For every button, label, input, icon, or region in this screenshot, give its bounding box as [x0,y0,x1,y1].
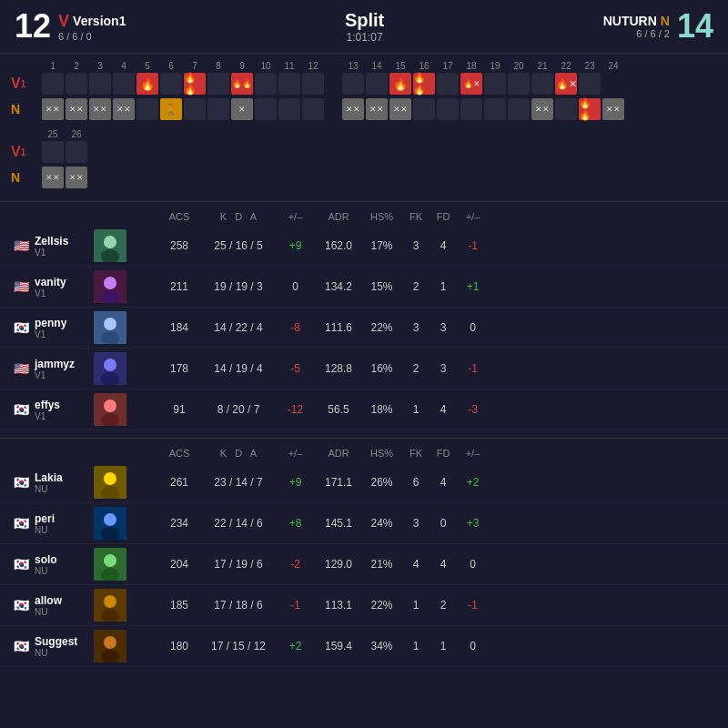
penny-team: V1 [35,329,94,339]
suggest-kda: 17 / 15 / 12 [202,640,275,652]
effys-fk: 1 [402,403,430,416]
zellsis-flag: 🇺🇸 [11,238,31,253]
penny-flag: 🇰🇷 [11,320,31,335]
svg-point-7 [104,318,116,330]
effys-kda: 8 / 20 / 7 [202,403,275,416]
penny-fk: 3 [402,321,430,334]
nu-col-pm2: +/– [457,448,489,459]
left-team: 12 V Version1 6 / 6 / 0 [15,7,126,46]
effys-name: effys [35,399,94,411]
vanity-kda: 19 / 19 / 3 [202,280,275,293]
player-row-lakia: 🇰🇷 Lakia NU 261 23 / 14 / 7 +9 171.1 26%… [0,462,728,503]
v1-logo-icon: V [58,12,69,31]
zellsis-kda: 25 / 16 / 5 [202,239,275,252]
nu-col-kda: K D A [202,448,275,459]
lakia-hs: 26% [361,476,402,489]
solo-kda: 17 / 19 / 6 [202,558,275,571]
col-fd: FD [430,211,457,222]
penny-adr: 111.6 [316,321,361,334]
peri-pm: +8 [275,517,316,530]
solo-name: solo [35,553,94,566]
lakia-avatar [94,466,126,499]
solo-adr: 129.0 [316,558,361,571]
nu-team-icon: N [11,102,20,116]
suggest-name: Suggest [35,635,94,648]
round-numbers-row1: 1 2 3 4 5 6 7 8 9 10 11 12 13 14 15 16 1… [42,61,717,71]
lakia-fd: 4 [430,476,457,489]
right-score: 14 [677,7,713,46]
allow-name: allow [35,594,94,607]
col-pm: +/– [275,211,316,222]
player-row-allow: 🇰🇷 allow NU 185 17 / 18 / 6 -1 113.1 22%… [0,585,728,626]
svg-point-22 [104,554,116,567]
player-row-zellsis: 🇺🇸 Zellsis V1 258 25 / 16 / 5 +9 162.0 1… [0,226,728,267]
nu-icon-cell: N [11,102,42,116]
suggest-avatar [94,630,126,662]
jammyz-adr: 128.8 [316,362,361,375]
peri-fk: 3 [402,517,430,530]
effys-fd: 4 [430,403,457,416]
vanity-acs: 211 [157,280,202,293]
solo-avatar [94,548,126,581]
v1-rounds-row2: V 1 [11,141,717,163]
zellsis-pm2: -1 [457,239,489,252]
effys-flag: 🇰🇷 [11,402,31,417]
lakia-pm2: +2 [457,476,489,489]
effys-adr: 56.5 [316,403,361,416]
effys-pm: -12 [275,403,316,416]
zellsis-adr: 162.0 [316,239,361,252]
vanity-avatar [94,270,126,303]
round-numbers-row2: 25 26 [42,129,717,139]
allow-fk: 1 [402,599,430,612]
jammyz-pm: -5 [275,362,316,375]
peri-name: peri [35,512,94,525]
v1-round-cells-1: 🔥 🔥🔥 🔥🔥 🔥 🔥🔥 🔥✕ 🔥✕ [42,73,601,95]
zellsis-team: V1 [35,248,94,258]
vanity-pm: 0 [275,280,316,293]
vanity-fd: 1 [430,280,457,293]
penny-pm2: 0 [457,321,489,334]
nu-stats-section: ACS K D A +/– ADR HS% FK FD +/– 🇰🇷 Lakia… [0,444,728,667]
col-adr: ADR [316,211,361,222]
penny-hs: 22% [361,321,402,334]
svg-point-4 [104,277,116,289]
jammyz-flag: 🇺🇸 [11,361,31,376]
nu-rounds-row2: N ✕✕ ✕✕ [11,167,717,188]
svg-point-25 [104,595,116,608]
solo-fd: 4 [430,558,457,571]
allow-pm2: -1 [457,599,489,612]
rounds-section-2: 25 26 V 1 N ✕✕ ✕✕ [11,129,717,192]
nu-logo-icon: N [661,14,670,28]
lakia-team: NU [35,484,94,494]
left-score: 12 [15,7,51,46]
player-row-effys: 🇰🇷 effys V1 91 8 / 20 / 7 -12 56.5 18% 1… [0,389,728,430]
peri-flag: 🇰🇷 [11,516,31,531]
vanity-name: vanity [35,276,94,288]
solo-flag: 🇰🇷 [11,557,31,571]
match-header: 12 V Version1 6 / 6 / 0 Split 1:01:07 14… [0,0,728,54]
jammyz-avatar [94,352,126,385]
lakia-name: Lakia [35,471,94,484]
peri-avatar [94,507,126,540]
penny-kda: 14 / 22 / 4 [202,321,275,334]
player-row-peri: 🇰🇷 peri NU 234 22 / 14 / 6 +8 145.1 24% … [0,503,728,544]
lakia-fk: 6 [402,476,430,489]
v1-icon-cell: V 1 [11,76,42,92]
lakia-kda: 23 / 14 / 7 [202,476,275,489]
effys-pm2: -3 [457,403,489,416]
zellsis-hs: 17% [361,239,402,252]
left-team-info: V Version1 6 / 6 / 0 [58,12,126,42]
vanity-fk: 2 [402,280,430,293]
jammyz-kda: 14 / 19 / 4 [202,362,275,375]
vanity-flag: 🇺🇸 [11,279,31,294]
lakia-flag: 🇰🇷 [11,475,31,490]
suggest-fd: 1 [430,640,457,652]
suggest-team: NU [35,648,94,658]
zellsis-fd: 4 [430,239,457,252]
nu-col-hs: HS% [361,448,402,459]
allow-acs: 185 [157,599,202,612]
penny-name: penny [35,317,94,329]
zellsis-avatar [94,229,126,262]
jammyz-name: jammyz [35,358,94,370]
peri-team: NU [35,525,94,535]
